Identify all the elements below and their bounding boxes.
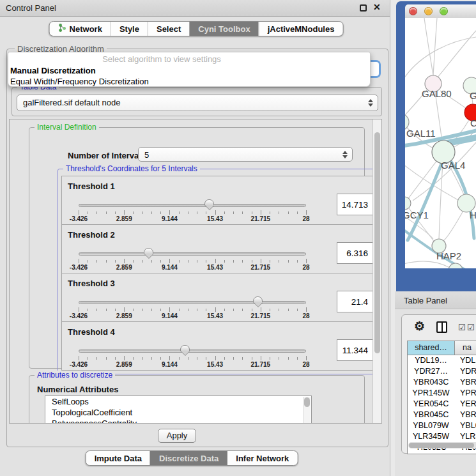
interval-definition-title: Interval Definition — [35, 123, 99, 132]
table-panel-inner: ⚙ ☑ ☑ shared…na YDL19…YDL1YDR27…YDR2YBR0… — [401, 314, 476, 454]
column-header-2[interactable]: na — [455, 341, 476, 355]
tab-label: Impute Data — [95, 454, 142, 463]
float-window-icon[interactable] — [360, 4, 367, 12]
table-cell: YDL1 — [455, 355, 476, 366]
threshold-label: Threshold 1 — [68, 181, 115, 191]
vertical-scrollbar-thumb[interactable] — [374, 132, 380, 353]
close-icon[interactable]: ✕ — [373, 2, 381, 12]
table-row[interactable]: YDR27…YDR2 — [408, 366, 476, 377]
horizontal-scrollbar[interactable] — [408, 442, 476, 449]
control-panel-titlebar: Control Panel ✕ — [0, 0, 390, 17]
node-label: GA — [470, 90, 476, 101]
number-of-intervals-combobox[interactable]: 5 — [138, 147, 353, 162]
table-panel-titlebar: Table Panel — [395, 291, 476, 309]
slider-scale-labels: -3.4262.8599.14415.4321.71528 — [79, 215, 306, 223]
threshold-3-box: Threshold 3-3.4262.8599.14415.4321.71528… — [61, 273, 378, 322]
slider-thumb[interactable] — [204, 199, 214, 206]
slider-thumb[interactable] — [144, 248, 153, 254]
algorithm-option[interactable]: Equal Width/Frequency Discretization — [10, 76, 368, 87]
table-panel-body: ⚙ ☑ ☑ shared…na YDL19…YDL1YDR27…YDR2YBR0… — [395, 309, 476, 476]
tab-network[interactable]: Network — [50, 22, 111, 36]
table-cell: YER0 — [455, 399, 476, 410]
checkbox-icon[interactable]: ☑ — [467, 323, 475, 332]
slider-track[interactable] — [79, 204, 306, 207]
interval-definition-group: Interval Definition Number of Intervals … — [29, 127, 365, 369]
tab-discretize-data[interactable]: Discretize Data — [150, 451, 227, 465]
algorithm-options: Manual DiscretizationEqual Width/Frequen… — [10, 65, 368, 87]
tab-select[interactable]: Select — [148, 22, 189, 36]
tab-jactivemnodules[interactable]: jActiveMNodules — [259, 22, 343, 36]
network-node[interactable] — [449, 263, 463, 268]
network-window-titlebar — [405, 4, 476, 19]
table-cell: YLR345W — [408, 431, 455, 442]
maximize-traffic-light-icon[interactable] — [440, 7, 448, 15]
number-of-intervals-value: 5 — [144, 150, 149, 160]
tab-infer-network[interactable]: Infer Network — [227, 451, 297, 465]
slider-track[interactable] — [79, 349, 306, 353]
split-columns-icon[interactable] — [436, 321, 447, 333]
tab-impute-data[interactable]: Impute Data — [86, 451, 150, 465]
threshold-2-value-field[interactable]: 6.316 — [337, 242, 373, 264]
table-row[interactable]: YPR145WYPR1 — [408, 388, 476, 399]
attribute-items: SelfLoopsTopologicalCoefficientBetweenne… — [45, 396, 311, 424]
tab-style[interactable]: Style — [111, 22, 148, 36]
apply-button[interactable]: Apply — [158, 429, 196, 443]
tab-label: Cyni Toolbox — [198, 24, 250, 34]
vertical-scrollbar[interactable] — [372, 119, 381, 423]
slider-track[interactable] — [79, 301, 306, 304]
threshold-label: Threshold 2 — [68, 230, 115, 240]
thresholds-group-title: Threshold's Coordinates for 5 Intervals — [63, 164, 200, 173]
threshold-3-slider[interactable]: -3.4262.8599.14415.4321.71528 — [79, 299, 306, 321]
threshold-4-slider[interactable]: -3.4262.8599.14415.4321.71528 — [79, 348, 306, 369]
attribute-item[interactable]: TopologicalCoefficient — [45, 407, 311, 418]
bottom-tabs: Impute DataDiscretize DataInfer Network — [86, 450, 298, 466]
threshold-2-slider[interactable]: -3.4262.8599.14415.4321.71528 — [79, 250, 306, 272]
checkbox-icon[interactable]: ☑ — [458, 323, 466, 332]
gear-icon[interactable]: ⚙ — [414, 319, 425, 334]
minimize-traffic-light-icon[interactable] — [424, 7, 433, 15]
slider-scale-labels: -3.4262.8599.14415.4321.71528 — [79, 361, 306, 369]
attributes-scrollbar[interactable] — [303, 397, 311, 424]
attribute-item[interactable]: BetweennessCentrality — [45, 418, 311, 424]
table-row[interactable]: YBL079WYBL0 — [408, 420, 476, 431]
tab-label: jActiveMNodules — [268, 24, 335, 34]
horizontal-scrollbar-thumb[interactable] — [409, 443, 474, 448]
tab-cyni-toolbox[interactable]: Cyni Toolbox — [189, 22, 258, 36]
algorithm-option[interactable]: Manual Discretization — [10, 65, 368, 76]
network-window[interactable]: GAL80GACGAL11GAL4GCY1HHAP2 — [396, 1, 476, 291]
table-row[interactable]: YBR045CYBR0 — [408, 410, 476, 420]
table-row[interactable]: YBR043CYBR0 — [408, 377, 476, 388]
table-row[interactable]: YLR345WYLR3 — [408, 431, 476, 442]
slider-track[interactable] — [79, 252, 306, 256]
table-cell: YBR0 — [455, 377, 476, 388]
threshold-1-slider[interactable]: -3.4262.8599.14415.4321.71528 — [79, 202, 306, 224]
slider-thumb[interactable] — [180, 345, 190, 351]
threshold-3-value-field[interactable]: 21.4 — [337, 291, 373, 312]
table-row[interactable]: YER054CYER0 — [408, 399, 476, 410]
column-header-1[interactable]: shared… — [408, 341, 455, 355]
attribute-item[interactable]: SelfLoops — [45, 396, 311, 407]
thresholds-group: Threshold's Coordinates for 5 Intervals … — [58, 169, 382, 374]
table-data-combobox[interactable]: galFiltered.sif default node — [17, 95, 378, 111]
threshold-label: Threshold 3 — [68, 279, 115, 288]
combo-arrows-icon — [342, 151, 348, 158]
node-table[interactable]: shared…na YDL19…YDL1YDR27…YDR2YBR043CYBR… — [407, 341, 476, 454]
table-cell: YPR1 — [455, 388, 476, 399]
table-cell: YDL19… — [408, 355, 455, 366]
threshold-2-box: Threshold 2-3.4262.8599.14415.4321.71528… — [61, 224, 378, 273]
combo-arrows-icon — [368, 99, 373, 107]
tab-label: Discretize Data — [159, 454, 219, 463]
table-cell: YLR3 — [455, 431, 476, 442]
attributes-group-title: Attributes to discretize — [35, 371, 115, 380]
slider-thumb[interactable] — [253, 296, 263, 303]
threshold-4-value-field[interactable]: 11.344 — [337, 339, 373, 361]
network-node-gcy1[interactable] — [405, 197, 411, 210]
table-cell: YBL079W — [408, 420, 455, 431]
threshold-1-value-field[interactable]: 14.713 — [337, 194, 373, 215]
network-canvas[interactable]: GAL80GACGAL11GAL4GCY1HHAP2 — [405, 18, 476, 268]
network-edge — [439, 164, 443, 239]
numerical-attributes-list[interactable]: SelfLoopsTopologicalCoefficientBetweenne… — [45, 395, 312, 424]
table-row[interactable]: YDL19…YDL1 — [408, 355, 476, 366]
close-traffic-light-icon[interactable] — [409, 7, 417, 15]
network-edge-highlighted — [408, 162, 442, 240]
